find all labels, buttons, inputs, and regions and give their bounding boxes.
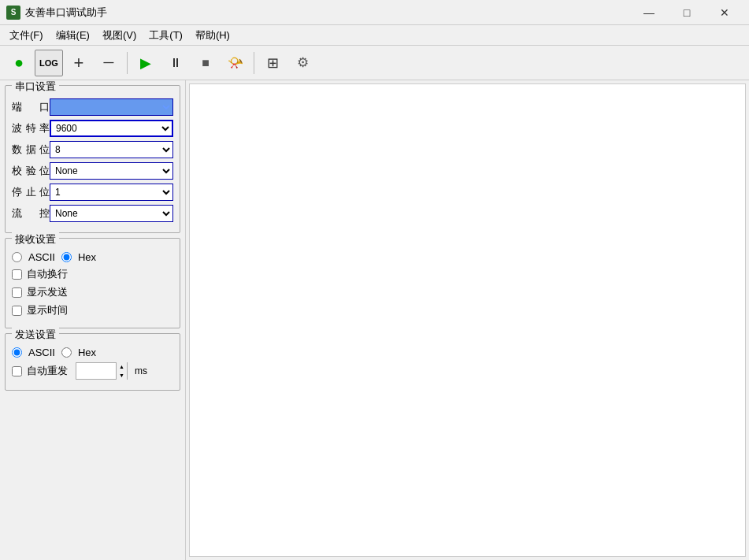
receive-hex-label[interactable]: Hex [78, 251, 96, 263]
interval-spinbox: 1000 ▲ ▼ [76, 362, 128, 380]
receive-settings-group: 接收设置 ASCII Hex 自动换行 显示发送 显示时间 [5, 238, 180, 328]
baud-label: 波特率 [12, 121, 50, 135]
left-panel: 串口设置 端 口 波特率 9600 1200 2400 4800 19200 3… [0, 80, 186, 560]
main-content: 串口设置 端 口 波特率 9600 1200 2400 4800 19200 3… [0, 80, 749, 560]
auto-newline-checkbox[interactable] [12, 269, 22, 280]
stop-button[interactable]: ■ [191, 50, 220, 76]
add-button[interactable]: + [65, 50, 93, 76]
serial-settings-group: 串口设置 端 口 波特率 9600 1200 2400 4800 19200 3… [5, 85, 180, 233]
stop-bits-label: 停止位 [12, 185, 50, 199]
port-select[interactable] [50, 98, 173, 116]
auto-resend-label[interactable]: 自动重发 [27, 364, 68, 378]
show-time-checkbox[interactable] [12, 306, 22, 316]
parity-row: 校验位 None Even Odd Mark Space [12, 162, 173, 180]
receive-hex-radio[interactable] [61, 252, 72, 262]
send-ascii-radio[interactable] [12, 347, 22, 358]
toolbar-separator-1 [127, 52, 128, 74]
plus-box-button[interactable]: ⊞ [258, 50, 287, 76]
menu-view[interactable]: 视图(V) [96, 27, 143, 44]
receive-format-row: ASCII Hex [12, 251, 173, 263]
data-bits-select[interactable]: 8 5 6 7 [50, 141, 173, 158]
serial-settings-title: 串口设置 [12, 80, 59, 94]
play-button[interactable]: ▶ [132, 50, 160, 76]
horn-button[interactable]: 📯 [221, 50, 250, 76]
baud-row: 波特率 9600 1200 2400 4800 19200 38400 5760… [12, 120, 173, 137]
baud-select[interactable]: 9600 1200 2400 4800 19200 38400 57600 11… [50, 120, 173, 137]
minimize-button[interactable]: — [631, 2, 667, 24]
auto-newline-row: 自动换行 [12, 267, 173, 281]
stop-bits-row: 停止位 1 1.5 2 [12, 184, 173, 201]
app-icon-text: S [11, 8, 17, 17]
toolbar: ● LOG + ─ ▶ ⏸ ■ 📯 ⊞ ⚙ [0, 46, 749, 80]
settings-button[interactable]: ⚙ [288, 50, 317, 76]
flow-control-select[interactable]: None RTS/CTS XON/XOFF [50, 205, 173, 222]
flow-control-row: 流 控 None RTS/CTS XON/XOFF [12, 205, 173, 222]
data-bits-row: 数据位 8 5 6 7 [12, 141, 173, 158]
spinbox-down-button[interactable]: ▼ [116, 371, 127, 380]
receive-ascii-label[interactable]: ASCII [28, 251, 55, 263]
title-bar: S 友善串口调试助手 — □ ✕ [0, 0, 749, 25]
maximize-button[interactable]: □ [669, 2, 705, 24]
interval-input[interactable]: 1000 [76, 363, 116, 379]
window-controls: — □ ✕ [631, 2, 743, 24]
show-send-label[interactable]: 显示发送 [27, 285, 68, 299]
data-bits-label: 数据位 [12, 143, 50, 157]
port-label: 端 口 [12, 100, 50, 114]
toolbar-separator-2 [254, 52, 254, 74]
port-row: 端 口 [12, 98, 173, 116]
menu-tools[interactable]: 工具(T) [143, 27, 189, 44]
show-time-label[interactable]: 显示时间 [27, 303, 68, 317]
send-hex-label[interactable]: Hex [78, 347, 96, 358]
stop-bits-select[interactable]: 1 1.5 2 [50, 184, 173, 201]
pause-button[interactable]: ⏸ [161, 50, 190, 76]
receive-ascii-radio[interactable] [12, 252, 22, 262]
send-settings-title: 发送设置 [12, 328, 59, 342]
receive-area [189, 83, 746, 557]
auto-resend-row: 自动重发 1000 ▲ ▼ ms [12, 362, 173, 380]
spinbox-controls: ▲ ▼ [116, 362, 127, 380]
close-button[interactable]: ✕ [706, 2, 743, 24]
spinbox-up-button[interactable]: ▲ [116, 362, 127, 371]
auto-newline-label[interactable]: 自动换行 [27, 267, 68, 281]
send-ascii-label[interactable]: ASCII [28, 347, 55, 358]
show-send-checkbox[interactable] [12, 287, 22, 298]
auto-resend-checkbox[interactable] [12, 366, 22, 376]
app-icon: S [6, 6, 20, 20]
menu-help[interactable]: 帮助(H) [189, 27, 236, 44]
app-title: 友善串口调试助手 [25, 6, 631, 20]
show-time-row: 显示时间 [12, 303, 173, 317]
parity-label: 校验位 [12, 164, 50, 178]
send-format-row: ASCII Hex [12, 347, 173, 358]
flow-control-label: 流 控 [12, 206, 50, 221]
interval-unit-label: ms [135, 365, 147, 376]
send-settings-group: 发送设置 ASCII Hex 自动重发 1000 ▲ ▼ ms [5, 333, 180, 391]
log-button[interactable]: LOG [35, 50, 63, 76]
send-hex-radio[interactable] [61, 347, 72, 358]
minus-button[interactable]: ─ [95, 50, 123, 76]
show-send-row: 显示发送 [12, 285, 173, 299]
parity-select[interactable]: None Even Odd Mark Space [50, 162, 173, 180]
receive-settings-title: 接收设置 [12, 232, 59, 247]
menu-bar: 文件(F) 编辑(E) 视图(V) 工具(T) 帮助(H) [0, 25, 749, 46]
menu-edit[interactable]: 编辑(E) [50, 27, 96, 44]
green-indicator-button[interactable]: ● [5, 50, 33, 76]
menu-file[interactable]: 文件(F) [3, 27, 50, 44]
